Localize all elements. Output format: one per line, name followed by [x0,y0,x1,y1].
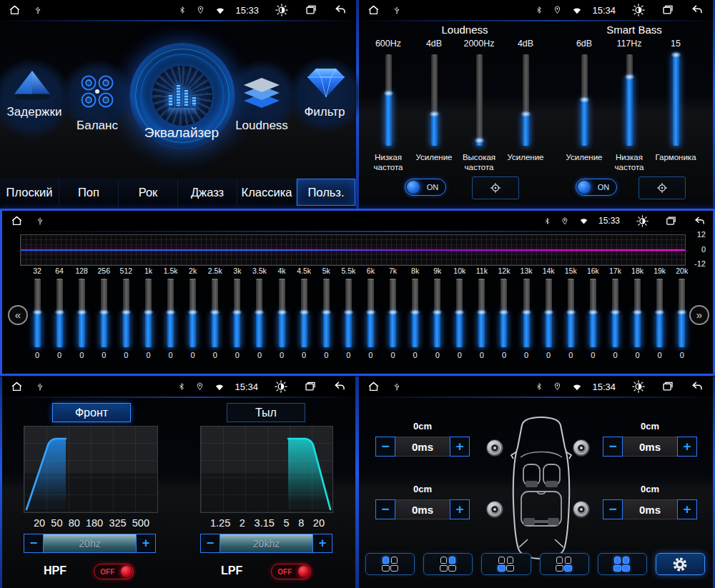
lpf-off-toggle[interactable]: OFF [271,564,311,579]
band-track[interactable] [412,279,418,347]
home-icon[interactable] [368,381,380,393]
menu-item-filter[interactable]: Фильтр [292,105,358,119]
bands-next-button[interactable]: » [689,305,709,325]
smart-bass-on-toggle[interactable]: ON [576,179,617,196]
eq-band[interactable]: 128 0 [72,266,91,367]
hpf-plus-button[interactable]: + [136,534,156,553]
bands-prev-button[interactable]: « [8,305,28,325]
eq-band[interactable]: 4.5k 0 [295,266,313,367]
home-icon[interactable] [9,4,21,16]
eq-band[interactable]: 2.5k 0 [206,266,225,367]
eq-band[interactable]: 8k 0 [406,266,425,367]
band-track[interactable] [345,279,352,347]
band-track[interactable] [234,279,240,347]
delay-minus-button[interactable]: − [375,437,395,457]
slider-track[interactable] [581,54,588,146]
recents-icon[interactable] [305,4,317,16]
seat-select-button[interactable] [423,553,473,575]
eq-band[interactable]: 4k 0 [272,266,291,367]
preset-tab[interactable]: Плоский [0,179,59,206]
band-track[interactable] [456,279,463,347]
band-track[interactable] [390,279,396,347]
delay-plus-button[interactable]: + [677,499,697,519]
brightness-icon[interactable] [636,214,649,228]
brightness-icon[interactable] [274,379,288,394]
back-icon[interactable] [333,4,347,16]
hpf-off-toggle[interactable]: OFF [94,564,134,579]
vertical-slider[interactable]: 2000Hz Высокая частота [458,39,500,173]
recents-icon[interactable] [665,215,677,227]
home-icon[interactable] [11,381,23,393]
band-track[interactable] [500,279,507,347]
band-track[interactable] [279,279,285,347]
loudness-layers-icon[interactable] [242,74,281,109]
menu-item-loudness[interactable]: Loudness [226,119,297,133]
band-track[interactable] [612,279,618,347]
eq-band[interactable]: 5k 0 [317,266,335,367]
eq-band[interactable]: 1k 0 [139,266,157,367]
eq-band[interactable]: 20k 0 [673,266,691,367]
home-icon[interactable] [11,215,23,227]
eq-band[interactable]: 32 0 [28,266,46,367]
vertical-slider[interactable]: 4dB Усиление [413,39,455,162]
preset-tab[interactable]: Польз. [297,179,356,206]
vertical-slider[interactable]: 600Hz Низкая частота [368,39,409,173]
back-icon[interactable] [690,4,704,16]
loudness-reset-button[interactable] [472,176,519,199]
band-track[interactable] [368,279,374,347]
band-track[interactable] [323,279,330,347]
band-track[interactable] [212,279,218,347]
band-track[interactable] [56,279,63,347]
slider-track[interactable] [431,54,438,146]
delay-minus-button[interactable]: − [375,499,395,519]
seat-select-button[interactable] [598,553,647,575]
band-track[interactable] [568,279,574,347]
band-track[interactable] [478,279,485,347]
eq-band[interactable]: 3.5k 0 [250,266,269,367]
band-track[interactable] [123,279,129,347]
delay-plus-button[interactable]: + [450,499,470,519]
preset-tab[interactable]: Рок [119,179,178,206]
menu-item-equalizer[interactable]: Эквалайзер [120,125,243,141]
eq-band[interactable]: 6k 0 [361,266,380,367]
eq-band[interactable]: 17k 0 [606,266,624,367]
eq-band[interactable]: 5.5k 0 [339,266,358,367]
recents-icon[interactable] [304,380,317,393]
brightness-icon[interactable] [631,379,646,394]
eq-band[interactable]: 3k 0 [228,266,247,367]
band-track[interactable] [301,279,307,347]
delay-minus-button[interactable]: − [603,499,623,519]
tab-front[interactable]: Фронт [52,403,131,422]
vertical-slider[interactable]: 6dB Усиление [563,39,605,162]
vertical-slider[interactable]: 117Hz Низкая частота [608,39,650,173]
band-track[interactable] [256,279,262,347]
band-track[interactable] [101,279,107,347]
lpf-plus-button[interactable]: + [312,534,332,553]
menu-item-delays[interactable]: Задержки [0,105,69,119]
eq-band[interactable]: 14k 0 [539,266,558,367]
band-track[interactable] [434,279,440,347]
band-track[interactable] [145,279,152,347]
band-track[interactable] [679,279,685,347]
slider-track[interactable] [626,54,633,146]
seat-select-button[interactable] [365,553,415,575]
eq-band[interactable]: 13k 0 [517,266,536,367]
back-icon[interactable] [690,380,704,393]
eq-band[interactable]: 64 0 [50,266,69,367]
eq-band[interactable]: 256 0 [94,266,113,367]
recents-icon[interactable] [661,4,674,16]
band-track[interactable] [634,279,641,347]
hpf-minus-button[interactable]: − [24,534,44,553]
eq-band[interactable]: 12k 0 [495,266,513,367]
lpf-minus-button[interactable]: − [200,534,220,553]
slider-track[interactable] [523,54,529,146]
brightness-icon[interactable] [275,3,289,17]
recents-icon[interactable] [661,380,674,393]
loudness-on-toggle[interactable]: ON [405,179,446,196]
preset-tab[interactable]: Джазз [178,179,237,206]
back-icon[interactable] [693,215,706,227]
seat-select-button[interactable] [540,553,589,575]
eq-band[interactable]: 2k 0 [184,266,202,367]
delay-minus-button[interactable]: − [603,437,623,457]
eq-band[interactable]: 16k 0 [583,266,602,367]
